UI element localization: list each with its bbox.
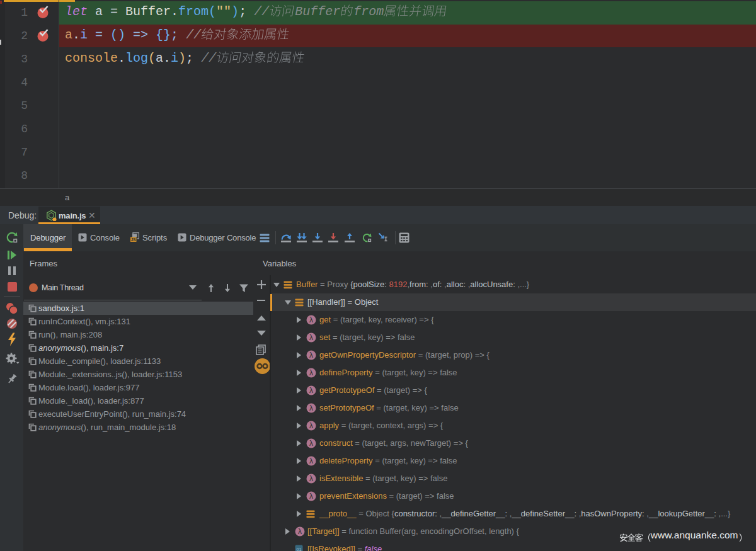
svg-text:λ: λ [309, 368, 313, 377]
svg-text:λ: λ [309, 457, 313, 465]
svg-text:λ: λ [309, 474, 313, 483]
svg-text:λ: λ [309, 315, 313, 324]
svg-text:λ: λ [298, 527, 302, 536]
svg-text:01: 01 [297, 547, 302, 551]
svg-text:λ: λ [309, 351, 313, 360]
svg-text:λ: λ [309, 421, 313, 430]
svg-text:λ: λ [309, 386, 313, 395]
svg-text:λ: λ [309, 333, 313, 342]
svg-text:λ: λ [309, 492, 313, 501]
svg-text:JS: JS [131, 237, 137, 242]
svg-text:λ: λ [309, 404, 313, 412]
svg-text:λ: λ [309, 439, 313, 448]
